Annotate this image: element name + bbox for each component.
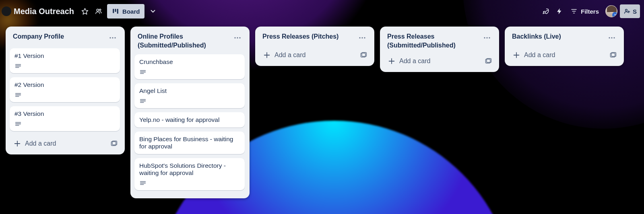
share-button[interactable]: S — [620, 4, 640, 18]
power-ups-button[interactable] — [539, 4, 553, 18]
svg-point-0 — [97, 9, 99, 11]
template-icon — [609, 51, 617, 59]
card[interactable]: #1 Version — [10, 48, 120, 73]
card-badges — [139, 98, 240, 104]
plus-icon — [388, 58, 395, 65]
list-title[interactable]: Company Profile — [13, 32, 107, 41]
card-badges — [139, 69, 240, 75]
app-switcher[interactable] — [2, 6, 11, 16]
workspace-visibility-button[interactable] — [92, 4, 105, 18]
card-template-button[interactable] — [108, 138, 120, 150]
description-icon — [139, 69, 147, 75]
description-icon — [139, 98, 147, 104]
card-title: Angel List — [139, 87, 240, 95]
card[interactable]: HubSpot's Solutions Directory - waiting … — [134, 158, 245, 190]
star-icon — [81, 8, 89, 15]
template-icon — [360, 51, 367, 59]
card-badges — [14, 92, 115, 98]
chevron-down-icon — [149, 8, 157, 15]
card-title: Crunchbase — [139, 58, 240, 66]
list-header: Online Profiles (Submitted/Published) — [134, 31, 246, 53]
list-menu-button[interactable] — [107, 32, 118, 43]
list: Online Profiles (Submitted/Published)Cru… — [130, 27, 250, 198]
card-template-button[interactable] — [482, 55, 494, 67]
list-header: Press Releases (Pitches) — [258, 31, 371, 47]
list: Press Releases (Pitches)Add a card — [255, 27, 374, 66]
plus-icon — [263, 51, 270, 59]
card-title: #1 Version — [14, 52, 115, 60]
card-badges — [14, 63, 115, 69]
add-card-button[interactable]: Add a card — [260, 49, 355, 61]
add-card-button[interactable]: Add a card — [385, 55, 480, 67]
card-title: #3 Version — [14, 110, 115, 117]
filters-label: Filters — [581, 8, 599, 15]
list-menu-button[interactable] — [481, 32, 493, 43]
svg-rect-3 — [115, 9, 116, 12]
add-card-label: Add a card — [275, 51, 305, 59]
card[interactable]: #3 Version — [10, 106, 120, 131]
description-icon — [14, 121, 22, 127]
card[interactable]: Crunchbase — [134, 54, 245, 79]
add-card-button[interactable]: Add a card — [510, 49, 605, 61]
add-card-label: Add a card — [25, 140, 56, 147]
svg-point-8 — [625, 9, 627, 11]
board-canvas[interactable]: Company Profile#1 Version#2 Version#3 Ve… — [0, 23, 644, 214]
add-card-row: Add a card — [383, 54, 496, 68]
person-plus-icon — [624, 8, 630, 14]
list-header: Backlinks (Live) — [508, 31, 621, 47]
card-title: Yelp.no - waiting for approval — [139, 116, 240, 123]
rocket-icon — [542, 8, 549, 15]
card-badges — [139, 180, 240, 186]
template-icon — [110, 140, 118, 147]
dots-icon — [358, 34, 366, 42]
member-avatar[interactable]: » — [605, 5, 617, 17]
list-menu-button[interactable] — [606, 32, 617, 43]
list-header: Press Releases (Submitted/Published) — [383, 31, 496, 53]
card-template-button[interactable] — [357, 49, 369, 61]
description-icon — [14, 63, 22, 69]
description-icon — [139, 180, 147, 186]
card-template-button[interactable] — [607, 49, 619, 61]
filter-icon — [570, 8, 578, 15]
dots-icon — [608, 34, 616, 42]
board-header: Media Outreach Board Filters » S — [0, 0, 644, 23]
view-switcher-button[interactable]: Board — [107, 4, 144, 19]
board-title[interactable]: Media Outreach — [14, 7, 74, 16]
card-badges — [14, 121, 115, 127]
filters-button[interactable]: Filters — [566, 4, 603, 18]
star-button[interactable] — [78, 4, 92, 18]
add-card-label: Add a card — [524, 51, 555, 59]
list-menu-button[interactable] — [357, 32, 368, 43]
add-card-row: Add a card — [9, 136, 122, 150]
svg-point-1 — [99, 9, 101, 10]
description-icon — [14, 92, 22, 98]
card-title: HubSpot's Solutions Directory - waiting … — [139, 162, 240, 177]
list: Company Profile#1 Version#2 Version#3 Ve… — [6, 27, 125, 154]
list-title[interactable]: Press Releases (Submitted/Published) — [387, 32, 481, 49]
list-menu-button[interactable] — [232, 32, 243, 43]
dots-icon — [483, 34, 491, 42]
list: Press Releases (Submitted/Published)Add … — [380, 27, 499, 72]
add-card-row: Add a card — [508, 47, 621, 62]
bolt-icon — [556, 8, 563, 15]
view-options-button[interactable] — [146, 4, 160, 18]
list-header: Company Profile — [9, 31, 122, 47]
add-card-button[interactable]: Add a card — [10, 138, 105, 150]
add-card-row: Add a card — [258, 47, 371, 62]
svg-rect-4 — [117, 9, 118, 14]
svg-rect-2 — [113, 9, 114, 13]
dots-icon — [109, 34, 117, 42]
card[interactable]: Yelp.no - waiting for approval — [134, 112, 245, 128]
view-switcher-label: Board — [122, 8, 140, 15]
automation-button[interactable] — [553, 4, 566, 18]
plus-icon — [14, 140, 21, 147]
card[interactable]: Bing Places for Business - waiting for a… — [134, 132, 245, 154]
list-title[interactable]: Press Releases (Pitches) — [262, 32, 357, 41]
list-cards: #1 Version#2 Version#3 Version — [9, 47, 122, 135]
list-title[interactable]: Backlinks (Live) — [512, 32, 606, 41]
add-card-label: Add a card — [399, 58, 430, 65]
card[interactable]: #2 Version — [10, 77, 120, 102]
list-title[interactable]: Online Profiles (Submitted/Published) — [138, 32, 232, 49]
card[interactable]: Angel List — [134, 83, 245, 108]
template-icon — [485, 58, 492, 65]
